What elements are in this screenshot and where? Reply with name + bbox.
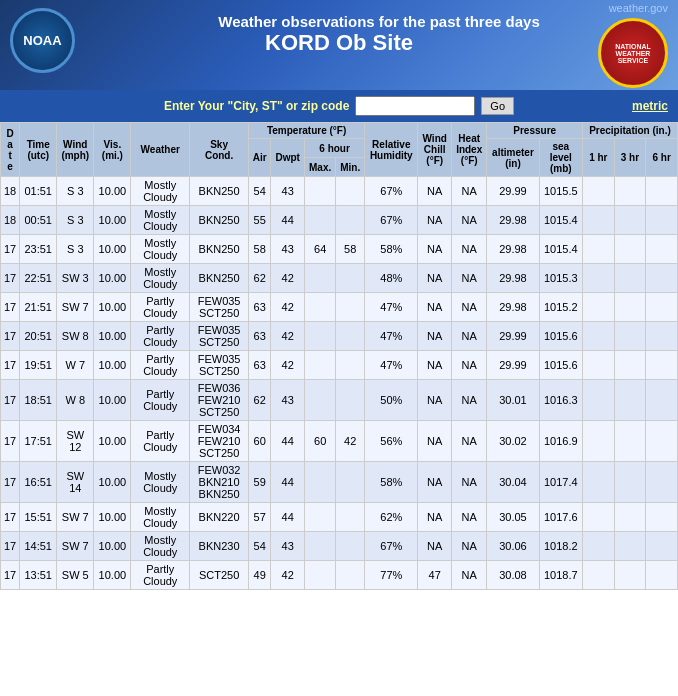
cell-date: 17 xyxy=(1,421,20,462)
cell-min xyxy=(336,322,365,351)
cell-humidity: 47% xyxy=(365,322,418,351)
cell-p6hr xyxy=(646,322,678,351)
cell-altimeter: 29.99 xyxy=(487,322,539,351)
cell-humidity: 58% xyxy=(365,462,418,503)
cell-heatindex: NA xyxy=(451,380,486,421)
cell-weather: MostlyCloudy xyxy=(131,503,190,532)
cell-time: 17:51 xyxy=(20,421,57,462)
cell-sealevel: 1016.9 xyxy=(539,421,583,462)
cell-p6hr xyxy=(646,421,678,462)
table-row: 1801:51S 310.00MostlyCloudyBKN250544367%… xyxy=(1,177,678,206)
cell-vis: 10.00 xyxy=(94,206,131,235)
cell-dwpt: 43 xyxy=(271,532,305,561)
cell-date: 17 xyxy=(1,561,20,590)
cell-air: 63 xyxy=(249,322,271,351)
table-row: 1721:51SW 710.00PartlyCloudyFEW035SCT250… xyxy=(1,293,678,322)
header-title: Weather observations for the past three … xyxy=(90,8,668,30)
cell-time: 14:51 xyxy=(20,532,57,561)
cell-dwpt: 42 xyxy=(271,561,305,590)
cell-heatindex: NA xyxy=(451,561,486,590)
cell-min xyxy=(336,264,365,293)
cell-time: 13:51 xyxy=(20,561,57,590)
cell-date: 17 xyxy=(1,322,20,351)
cell-max xyxy=(305,177,336,206)
metric-link[interactable]: metric xyxy=(632,99,668,113)
cell-wind: SW 3 xyxy=(57,264,94,293)
cell-min xyxy=(336,503,365,532)
cell-wind: W 7 xyxy=(57,351,94,380)
cell-weather: PartlyCloudy xyxy=(131,293,190,322)
cell-p6hr xyxy=(646,462,678,503)
cell-weather: PartlyCloudy xyxy=(131,421,190,462)
cell-sky: BKN250 xyxy=(190,264,249,293)
cell-windchill: NA xyxy=(418,177,452,206)
col-air: Air xyxy=(249,139,271,177)
cell-sealevel: 1015.4 xyxy=(539,235,583,264)
cell-min: 58 xyxy=(336,235,365,264)
cell-vis: 10.00 xyxy=(94,177,131,206)
cell-date: 17 xyxy=(1,462,20,503)
cell-date: 17 xyxy=(1,293,20,322)
col-p3hr: 3 hr xyxy=(614,139,646,177)
cell-humidity: 47% xyxy=(365,351,418,380)
cell-p6hr xyxy=(646,503,678,532)
table-row: 1718:51W 810.00PartlyCloudyFEW036FEW210S… xyxy=(1,380,678,421)
cell-altimeter: 30.01 xyxy=(487,380,539,421)
cell-p3hr xyxy=(614,421,646,462)
cell-p3hr xyxy=(614,503,646,532)
cell-p1hr xyxy=(583,351,615,380)
cell-date: 18 xyxy=(1,206,20,235)
cell-date: 17 xyxy=(1,380,20,421)
table-row: 1722:51SW 310.00MostlyCloudyBKN250624248… xyxy=(1,264,678,293)
cell-sealevel: 1015.4 xyxy=(539,206,583,235)
search-input[interactable] xyxy=(355,96,475,116)
cell-weather: MostlyCloudy xyxy=(131,462,190,503)
precip-header: Precipitation (in.) xyxy=(583,123,678,139)
cell-p3hr xyxy=(614,177,646,206)
cell-max xyxy=(305,532,336,561)
cell-heatindex: NA xyxy=(451,503,486,532)
cell-p3hr xyxy=(614,264,646,293)
col-sky: SkyCond. xyxy=(190,123,249,177)
cell-sky: FEW032BKN210BKN250 xyxy=(190,462,249,503)
cell-max xyxy=(305,293,336,322)
cell-altimeter: 30.05 xyxy=(487,503,539,532)
cell-max xyxy=(305,462,336,503)
cell-min xyxy=(336,351,365,380)
cell-sky: FEW035SCT250 xyxy=(190,351,249,380)
pressure-header: Pressure xyxy=(487,123,583,139)
cell-altimeter: 30.06 xyxy=(487,532,539,561)
cell-weather: PartlyCloudy xyxy=(131,322,190,351)
cell-vis: 10.00 xyxy=(94,351,131,380)
cell-windchill: NA xyxy=(418,322,452,351)
cell-p1hr xyxy=(583,380,615,421)
col-wind: Wind(mph) xyxy=(57,123,94,177)
cell-air: 54 xyxy=(249,177,271,206)
cell-p3hr xyxy=(614,206,646,235)
cell-windchill: 47 xyxy=(418,561,452,590)
cell-vis: 10.00 xyxy=(94,421,131,462)
cell-heatindex: NA xyxy=(451,532,486,561)
col-windchill: WindChill(°F) xyxy=(418,123,452,177)
cell-altimeter: 30.02 xyxy=(487,421,539,462)
cell-time: 15:51 xyxy=(20,503,57,532)
cell-min xyxy=(336,532,365,561)
col-humidity: RelativeHumidity xyxy=(365,123,418,177)
cell-weather: MostlyCloudy xyxy=(131,177,190,206)
go-button[interactable]: Go xyxy=(481,97,514,115)
cell-heatindex: NA xyxy=(451,206,486,235)
cell-weather: PartlyCloudy xyxy=(131,561,190,590)
cell-dwpt: 43 xyxy=(271,235,305,264)
col-sealevel: sealevel(mb) xyxy=(539,139,583,177)
weather-table: Date Time(utc) Wind(mph) Vis.(mi.) Weath… xyxy=(0,122,678,590)
col-max: Max. xyxy=(305,158,336,177)
temp-header: Temperature (°F) xyxy=(249,123,365,139)
cell-p3hr xyxy=(614,235,646,264)
table-row: 1716:51SW1410.00MostlyCloudyFEW032BKN210… xyxy=(1,462,678,503)
weather-gov-link[interactable]: weather.gov xyxy=(609,2,668,14)
cell-time: 20:51 xyxy=(20,322,57,351)
cell-sealevel: 1015.2 xyxy=(539,293,583,322)
cell-min xyxy=(336,177,365,206)
cell-wind: S 3 xyxy=(57,177,94,206)
cell-sky: FEW035SCT250 xyxy=(190,322,249,351)
